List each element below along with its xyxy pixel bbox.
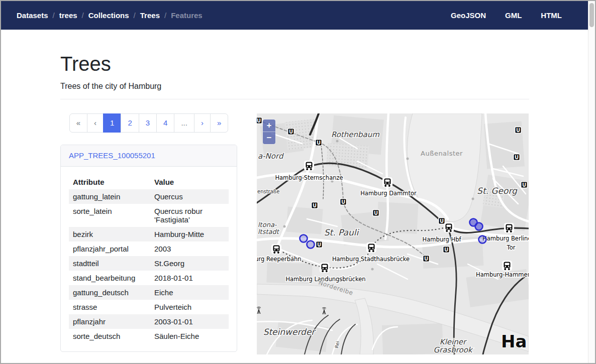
ubahn-icon bbox=[515, 127, 522, 134]
page-button-‹: ‹ bbox=[87, 113, 104, 133]
page-button-...: ... bbox=[174, 113, 194, 133]
attribute-value: Hamburg-Mitte bbox=[150, 227, 229, 241]
district-label: ltona- bbox=[258, 221, 277, 228]
page-scrollbar[interactable] bbox=[588, 1, 595, 363]
train-station-icon bbox=[504, 223, 514, 233]
format-link-gml[interactable]: GML bbox=[505, 11, 522, 20]
map-zoom-control: + − bbox=[263, 119, 275, 144]
table-row: stand_bearbeitung2018-01-01 bbox=[69, 271, 229, 285]
breadcrumb-separator: / bbox=[164, 11, 166, 20]
attribute-table-body: gattung_lateinQuercussorte_lateinQuercus… bbox=[69, 189, 229, 343]
train-station-icon bbox=[320, 263, 330, 273]
page-button-«: « bbox=[69, 113, 87, 133]
page-button-3[interactable]: 3 bbox=[139, 113, 157, 133]
attribute-value: Quercus bbox=[150, 189, 229, 204]
page-button-4[interactable]: 4 bbox=[156, 113, 174, 133]
table-row: stadtteilSt.Georg bbox=[69, 256, 229, 271]
browser-page: Datasets/trees/Collections/Trees/Feature… bbox=[0, 0, 596, 364]
station-label: Hamburg Stadthausbrücke bbox=[332, 256, 410, 263]
ubahn-icon bbox=[257, 117, 262, 124]
station-label: Hamburg-Hammerbrook bbox=[476, 271, 529, 278]
attribute-name: gattung_deutsch bbox=[69, 285, 150, 300]
station-label: Hamburg Dammtor bbox=[360, 190, 417, 197]
district-label: St. Georg bbox=[477, 186, 518, 196]
feature-card: APP_TREES_100055201 Attribute Value bbox=[60, 145, 237, 352]
attribute-value: Eiche bbox=[150, 285, 229, 300]
table-row: sorte_lateinQuercus robur 'Fastigiata' bbox=[69, 204, 229, 227]
page-content: Trees Trees of the city of Hamburg «‹123… bbox=[1, 30, 588, 354]
map-marker[interactable] bbox=[307, 241, 315, 249]
ubahn-icon bbox=[443, 246, 450, 253]
attribute-name: sorte_deutsch bbox=[69, 329, 150, 343]
zoom-in-button[interactable]: + bbox=[263, 119, 275, 132]
district-label: Steinwerder bbox=[263, 327, 317, 337]
attribute-value: 2018-01-01 bbox=[150, 271, 229, 285]
breadcrumb-separator: / bbox=[53, 11, 55, 20]
attribute-value: 2003-01-01 bbox=[150, 314, 229, 329]
format-link-geojson[interactable]: GeoJSON bbox=[451, 11, 486, 20]
station-label: Hamburg-Sternschanze bbox=[275, 174, 343, 181]
train-station-icon bbox=[366, 242, 376, 253]
train-station-icon bbox=[271, 244, 281, 254]
page-button-1[interactable]: 1 bbox=[103, 113, 121, 133]
map-marker[interactable] bbox=[475, 223, 483, 230]
breadcrumb-trees[interactable]: Trees bbox=[140, 11, 160, 20]
map-marker[interactable] bbox=[300, 235, 308, 242]
ubahn-icon bbox=[340, 198, 347, 205]
train-station-icon bbox=[502, 261, 512, 271]
breadcrumb-separator: / bbox=[134, 11, 136, 20]
district-label: ltstadt bbox=[258, 228, 280, 235]
table-row: bezirkHamburg-Mitte bbox=[69, 227, 229, 241]
page-button-›[interactable]: › bbox=[194, 113, 211, 133]
breadcrumb-trees[interactable]: trees bbox=[59, 11, 77, 20]
table-row: pflanzjahr2003-01-01 bbox=[69, 314, 229, 329]
feature-card-header: APP_TREES_100055201 bbox=[61, 145, 237, 167]
map[interactable]: + − bbox=[257, 113, 529, 354]
station-label: Hamburg Hbf bbox=[423, 236, 462, 243]
divider bbox=[60, 99, 529, 99]
breadcrumb-datasets[interactable]: Datasets bbox=[17, 11, 48, 20]
page-button-2[interactable]: 2 bbox=[121, 113, 139, 133]
pagination: «‹1234...›» bbox=[69, 113, 229, 133]
attribute-value: St.Georg bbox=[150, 256, 229, 271]
train-station-icon bbox=[444, 222, 454, 232]
ubahn-icon bbox=[423, 255, 430, 262]
format-links: GeoJSONGMLHTML bbox=[451, 11, 562, 20]
breadcrumb-collections[interactable]: Collections bbox=[88, 11, 129, 20]
district-label: a-Nord bbox=[258, 152, 284, 161]
table-row: gattung_deutschEiche bbox=[69, 285, 229, 300]
city-label: Ha bbox=[501, 331, 527, 351]
ubahn-icon bbox=[315, 139, 322, 146]
attribute-table: Attribute Value gattung_lateinQuercussor… bbox=[69, 175, 229, 343]
district-label: Rothenbaum bbox=[331, 130, 379, 139]
attribute-name: pflanzjahr bbox=[69, 314, 150, 329]
attribute-value: Quercus robur 'Fastigiata' bbox=[150, 204, 229, 227]
table-row: pflanzjahr_portal2003 bbox=[69, 241, 229, 256]
station-label: Hamburg Berliner bbox=[482, 235, 529, 242]
table-row: strassePulverteich bbox=[69, 300, 229, 314]
train-station-icon bbox=[304, 161, 314, 171]
attribute-column-header: Attribute bbox=[69, 175, 150, 189]
breadcrumb-separator: / bbox=[82, 11, 84, 20]
page-button-»[interactable]: » bbox=[210, 113, 228, 133]
attribute-name: pflanzjahr_portal bbox=[69, 241, 150, 256]
feature-id-link[interactable]: APP_TREES_100055201 bbox=[69, 151, 155, 160]
format-link-html[interactable]: HTML bbox=[541, 11, 562, 20]
zoom-out-button[interactable]: − bbox=[263, 132, 275, 144]
navbar: Datasets/trees/Collections/Trees/Feature… bbox=[1, 1, 588, 30]
ubahn-icon bbox=[316, 241, 323, 248]
street-label: enstraße bbox=[257, 189, 279, 194]
ubahn-icon bbox=[521, 181, 528, 188]
attribute-value: Säulen-Eiche bbox=[150, 329, 229, 343]
district-label: St. Pauli bbox=[324, 227, 360, 237]
map-marker[interactable] bbox=[479, 236, 486, 244]
attribute-name: stand_bearbeitung bbox=[69, 271, 150, 285]
ubahn-icon bbox=[372, 209, 379, 216]
attribute-name: stadtteil bbox=[69, 256, 150, 271]
feature-card-body: Attribute Value gattung_lateinQuercussor… bbox=[61, 167, 237, 351]
map-canvas[interactable]: U bbox=[257, 113, 529, 354]
scrollbar-thumb[interactable] bbox=[589, 3, 594, 27]
table-row: sorte_deutschSäulen-Eiche bbox=[69, 329, 229, 343]
table-row: gattung_lateinQuercus bbox=[69, 189, 229, 204]
breadcrumb: Datasets/trees/Collections/Trees/Feature… bbox=[17, 11, 203, 20]
